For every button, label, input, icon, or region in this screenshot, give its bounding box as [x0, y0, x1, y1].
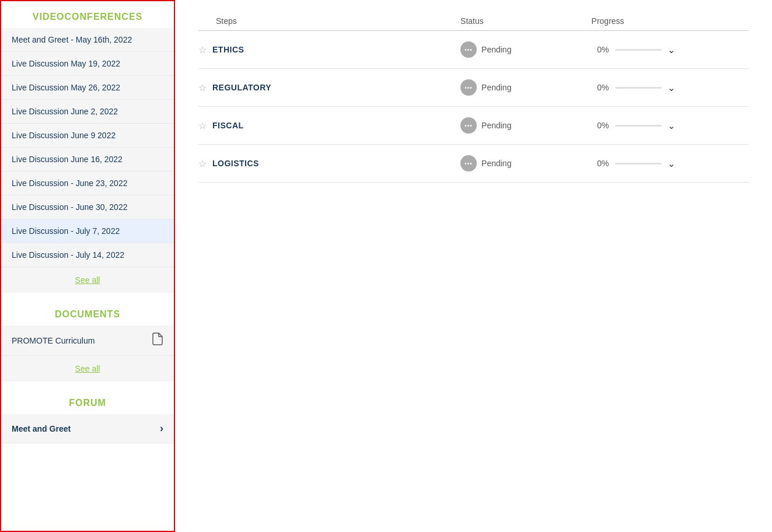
- status-cell-regulatory: ••• Pending: [460, 79, 592, 96]
- col-steps: Steps: [198, 16, 460, 26]
- documents-title: DOCUMENTS: [1, 299, 174, 326]
- progress-pct-fiscal: 0%: [592, 121, 609, 130]
- documents-section: DOCUMENTS PROMOTE Curriculum See all: [1, 299, 174, 382]
- sidebar-item-videoconf-2[interactable]: Live Discussion May 26, 2022: [1, 76, 174, 100]
- forum-item-0[interactable]: Meet and Greet ›: [1, 414, 174, 443]
- step-name-fiscal: FISCAL: [212, 121, 244, 130]
- document-item-0[interactable]: PROMOTE Curriculum: [1, 326, 174, 356]
- step-row-fiscal: ☆ FISCAL ••• Pending 0% ⌄: [198, 107, 749, 145]
- document-label: PROMOTE Curriculum: [12, 336, 95, 345]
- step-name-logistics: LOGISTICS: [212, 159, 259, 168]
- progress-cell-ethics: 0% ⌄: [592, 44, 749, 55]
- see-all-documents-link[interactable]: See all: [1, 356, 174, 382]
- forum-chevron-icon: ›: [160, 422, 163, 435]
- expand-icon-regulatory[interactable]: ⌄: [668, 82, 675, 93]
- progress-pct-ethics: 0%: [592, 45, 609, 54]
- status-text-ethics: Pending: [481, 45, 511, 54]
- progress-bar-ethics: [615, 49, 662, 51]
- progress-cell-logistics: 0% ⌄: [592, 158, 749, 169]
- col-status: Status: [460, 16, 592, 26]
- expand-icon-fiscal[interactable]: ⌄: [668, 120, 675, 131]
- step-label-ethics: ☆ ETHICS: [198, 44, 460, 55]
- star-icon-regulatory[interactable]: ☆: [198, 82, 207, 93]
- status-cell-fiscal: ••• Pending: [460, 117, 592, 134]
- step-row-ethics: ☆ ETHICS ••• Pending 0% ⌄: [198, 31, 749, 69]
- progress-cell-fiscal: 0% ⌄: [592, 120, 749, 131]
- sidebar-item-videoconf-0[interactable]: Meet and Greet - May 16th, 2022: [1, 28, 174, 52]
- sidebar-item-videoconf-1[interactable]: Live Discussion May 19, 2022: [1, 52, 174, 76]
- document-file-icon: [152, 332, 163, 348]
- progress-cell-regulatory: 0% ⌄: [592, 82, 749, 93]
- progress-pct-logistics: 0%: [592, 159, 609, 168]
- videoconferences-title: VIDEOCONFERENCES: [1, 1, 174, 28]
- star-icon-logistics[interactable]: ☆: [198, 158, 207, 169]
- status-text-regulatory: Pending: [481, 83, 511, 92]
- sidebar: VIDEOCONFERENCES Meet and Greet - May 16…: [0, 0, 175, 532]
- status-text-logistics: Pending: [481, 159, 511, 168]
- status-text-fiscal: Pending: [481, 121, 511, 130]
- status-dot-ethics: •••: [460, 41, 477, 58]
- progress-pct-regulatory: 0%: [592, 83, 609, 92]
- main-content: Steps Status Progress ☆ ETHICS ••• Pendi…: [175, 0, 772, 532]
- status-dot-logistics: •••: [460, 155, 477, 172]
- sidebar-item-videoconf-4[interactable]: Live Discussion June 9 2022: [1, 124, 174, 148]
- sidebar-item-videoconf-7[interactable]: Live Discussion - June 30, 2022: [1, 195, 174, 219]
- forum-item-label: Meet and Greet: [12, 424, 71, 433]
- sidebar-item-videoconf-8[interactable]: Live Discussion - July 7, 2022: [1, 219, 174, 243]
- step-name-ethics: ETHICS: [212, 45, 244, 54]
- status-dot-regulatory: •••: [460, 79, 477, 96]
- col-progress: Progress: [592, 16, 749, 26]
- step-name-regulatory: REGULATORY: [212, 83, 271, 92]
- step-label-fiscal: ☆ FISCAL: [198, 120, 460, 131]
- status-cell-ethics: ••• Pending: [460, 41, 592, 58]
- expand-icon-logistics[interactable]: ⌄: [668, 158, 675, 169]
- expand-icon-ethics[interactable]: ⌄: [668, 44, 675, 55]
- progress-bar-fiscal: [615, 125, 662, 127]
- progress-bar-regulatory: [615, 87, 662, 89]
- step-row-logistics: ☆ LOGISTICS ••• Pending 0% ⌄: [198, 145, 749, 183]
- table-header: Steps Status Progress: [198, 12, 749, 31]
- sidebar-item-videoconf-5[interactable]: Live Discussion June 16, 2022: [1, 148, 174, 172]
- see-all-videoconf-link[interactable]: See all: [1, 267, 174, 293]
- forum-section: FORUM Meet and Greet ›: [1, 387, 174, 443]
- status-cell-logistics: ••• Pending: [460, 155, 592, 172]
- progress-bar-logistics: [615, 163, 662, 164]
- status-dot-fiscal: •••: [460, 117, 477, 134]
- step-label-logistics: ☆ LOGISTICS: [198, 158, 460, 169]
- step-row-regulatory: ☆ REGULATORY ••• Pending 0% ⌄: [198, 69, 749, 107]
- sidebar-item-videoconf-3[interactable]: Live Discussion June 2, 2022: [1, 100, 174, 124]
- sidebar-item-videoconf-9[interactable]: Live Discussion - July 14, 2022: [1, 243, 174, 267]
- sidebar-item-videoconf-6[interactable]: Live Discussion - June 23, 2022: [1, 172, 174, 195]
- star-icon-fiscal[interactable]: ☆: [198, 120, 207, 131]
- step-label-regulatory: ☆ REGULATORY: [198, 82, 460, 93]
- forum-title: FORUM: [1, 387, 174, 414]
- star-icon-ethics[interactable]: ☆: [198, 44, 207, 55]
